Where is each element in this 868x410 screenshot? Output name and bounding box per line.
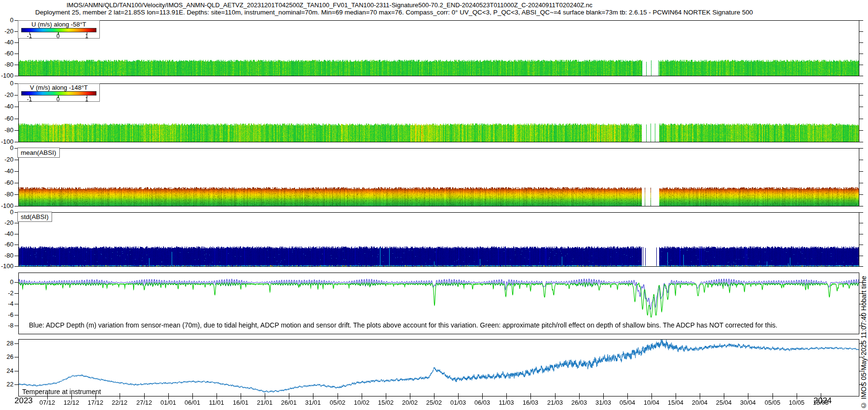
x-tick-label: 11/03 xyxy=(499,399,514,406)
y-tick-mark-left xyxy=(14,54,18,54)
x-tick-label: 07/12 xyxy=(40,399,55,406)
y-tick-mark-left xyxy=(14,130,18,131)
y-tick-mark-left xyxy=(14,304,18,304)
x-tick-label: 06/01 xyxy=(185,399,201,406)
y-tick-mark-right xyxy=(859,76,863,76)
y-tick-mark-left xyxy=(14,293,18,294)
y-tick-mark-right xyxy=(859,266,863,267)
x-tick-label: 05/04 xyxy=(620,399,636,406)
figure-title-line1: IMOS/ANMN/QLD/TAN100/Velocity/IMOS_ANMN-… xyxy=(67,1,592,9)
x-tick-label: 20/04 xyxy=(692,399,708,406)
y-tick-mark-left xyxy=(14,160,18,160)
y-tick-label: -2 xyxy=(0,290,14,297)
panel-u-velocity xyxy=(18,20,859,76)
y-tick-mark-right xyxy=(859,256,863,256)
y-tick-label: -40 xyxy=(0,168,14,175)
y-tick-label: -60 xyxy=(0,179,14,186)
y-tick-mark-left xyxy=(14,76,18,76)
x-tick-label: 11/01 xyxy=(209,399,224,406)
y-tick-mark-right xyxy=(859,54,863,54)
panel-v-velocity xyxy=(18,83,859,142)
y-tick-label: -100 xyxy=(0,72,14,79)
y-tick-label: -20 xyxy=(0,92,14,98)
y-tick-mark-left xyxy=(14,245,18,245)
y-tick-mark-left xyxy=(14,371,18,371)
u_velocity-colorbar-legend: U (m/s) along -58°T-101 xyxy=(18,20,100,39)
y-tick-label: -80 xyxy=(0,252,14,259)
y-tick-mark-left xyxy=(14,194,18,195)
y-tick-mark-right xyxy=(859,171,863,172)
panel-temperature xyxy=(18,339,859,396)
y-tick-label: -60 xyxy=(0,241,14,248)
y-tick-mark-right xyxy=(859,142,863,142)
panel-u-velocity-canvas xyxy=(19,21,859,76)
x-tick-label: 21/01 xyxy=(257,399,273,406)
x-tick-label: 25/02 xyxy=(426,399,442,406)
y-tick-mark-left xyxy=(14,183,18,183)
colorbar-title: V (m/s) along -148°T xyxy=(18,84,99,91)
x-tick-label: 27/12 xyxy=(136,399,152,406)
colorbar-tick-label: 0 xyxy=(56,96,60,103)
y-tick-mark-left xyxy=(14,171,18,172)
panel-std-absi-canvas xyxy=(19,213,859,266)
x-tick-label: 31/01 xyxy=(305,399,321,406)
x-tick-label: 25/04 xyxy=(716,399,732,406)
panel-v-velocity-canvas xyxy=(19,84,859,142)
x-tick-label: 16/01 xyxy=(233,399,249,406)
y-tick-label: 0 xyxy=(0,145,14,151)
y-tick-label: -20 xyxy=(0,219,14,226)
colorbar-title: U (m/s) along -58°T xyxy=(18,21,99,28)
colorbar-gradient xyxy=(21,91,96,96)
y-tick-mark-left xyxy=(14,142,18,142)
y-tick-mark-left xyxy=(14,65,18,65)
std_absi-label-box: std(ABSI) xyxy=(17,212,52,222)
y-tick-label: -40 xyxy=(0,103,14,110)
y-tick-label: 28 xyxy=(0,340,14,347)
colorbar-tick-label: 1 xyxy=(85,96,88,103)
y-tick-label: -40 xyxy=(0,231,14,237)
figure: IMOS/ANMN/QLD/TAN100/Velocity/IMOS_ANMN-… xyxy=(0,0,868,410)
temperature-panel-label: Temperature at instrument xyxy=(22,388,101,396)
copyright-watermark: © IMOS 05-May-2025 11:07:40 Hobart time xyxy=(860,276,868,409)
panel-mean-absi xyxy=(18,148,859,206)
x-tick-label: 10/04 xyxy=(644,399,660,406)
y-tick-label: -80 xyxy=(0,191,14,198)
x-tick-label: 30/04 xyxy=(740,399,756,406)
x-tick-label: 05/02 xyxy=(330,399,346,406)
x-tick-label: 31/03 xyxy=(596,399,611,406)
x-tick-label: 01/03 xyxy=(450,399,466,406)
y-tick-mark-left xyxy=(14,206,18,206)
y-tick-mark-right xyxy=(859,130,863,131)
y-tick-mark-right xyxy=(859,293,863,294)
x-tick-label: 01/01 xyxy=(161,399,176,406)
y-tick-mark-left xyxy=(14,42,18,43)
y-tick-mark-right xyxy=(859,194,863,195)
y-tick-mark-right xyxy=(859,357,863,357)
colorbar-gradient xyxy=(21,28,96,32)
y-tick-mark-left xyxy=(14,256,18,256)
x-tick-label: 26/03 xyxy=(571,399,587,406)
y-tick-label: 0 xyxy=(0,279,14,286)
y-tick-mark-left xyxy=(14,357,18,357)
y-tick-mark-right xyxy=(859,212,863,213)
y-tick-mark-left xyxy=(14,343,18,344)
depth-variation-note: Blue: ADCP Depth (m) variation from sens… xyxy=(29,321,777,329)
y-tick-mark-right xyxy=(859,160,863,160)
y-tick-label: -60 xyxy=(0,50,14,57)
x-tick-label: 05/05 xyxy=(765,399,781,406)
y-tick-mark-right xyxy=(859,65,863,65)
y-tick-label: -4 xyxy=(0,301,14,307)
y-tick-label: -8 xyxy=(0,322,14,329)
y-tick-label: -80 xyxy=(0,61,14,68)
y-tick-mark-left xyxy=(14,234,18,234)
y-tick-label: 0 xyxy=(0,209,14,216)
x-tick-label: 15/04 xyxy=(668,399,684,406)
y-tick-mark-right xyxy=(859,183,863,183)
y-tick-mark-left xyxy=(14,326,18,326)
y-tick-mark-right xyxy=(859,384,863,385)
x-tick-label: 17/12 xyxy=(88,399,104,406)
y-tick-mark-right xyxy=(859,245,863,245)
y-tick-label: -20 xyxy=(0,156,14,163)
y-tick-mark-left xyxy=(14,315,18,315)
mean_absi-label-box: mean(ABSI) xyxy=(17,148,60,158)
